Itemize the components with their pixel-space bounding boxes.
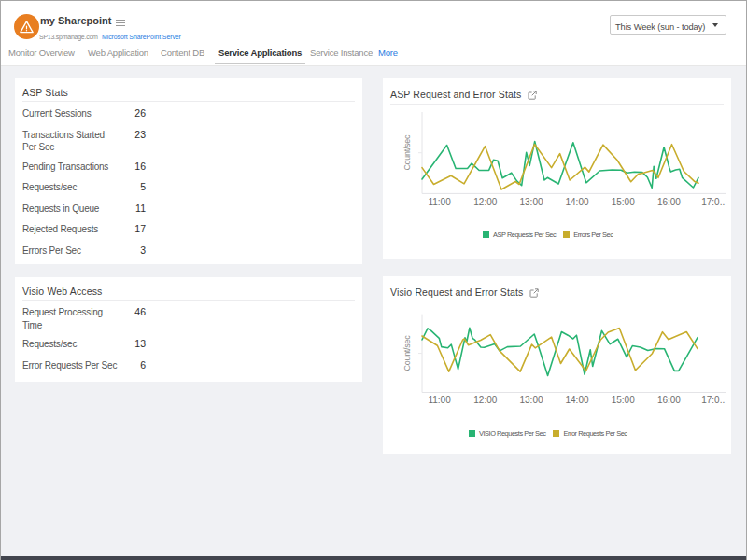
- y-axis-label: Count/sec: [402, 134, 412, 171]
- dropdown-caret-icon: [712, 23, 718, 27]
- stat-value: 17: [74, 222, 146, 235]
- x-tick-label: 12:00: [473, 395, 497, 405]
- tab-service-instance[interactable]: Service Instance: [310, 48, 373, 58]
- x-tick-label: 14:00: [565, 197, 588, 207]
- card-title: ASP Stats: [22, 87, 68, 98]
- chart-legend: ASP Requests Per SecErrors Per Sec: [383, 231, 731, 239]
- card-header-divider: [22, 101, 355, 102]
- series-line: [422, 145, 698, 190]
- legend-item[interactable]: VISIO Requests Per Sec: [469, 429, 545, 438]
- external-link-icon[interactable]: [529, 288, 539, 298]
- x-tick-label: 12:00: [473, 197, 497, 207]
- tab-service-applications[interactable]: Service Applications: [218, 48, 302, 58]
- tab-content-db[interactable]: Content DB: [161, 48, 204, 58]
- stat-value: 6: [74, 358, 146, 371]
- monitor-type-link[interactable]: Microsoft SharePoint Server: [102, 33, 181, 41]
- monitor-tabbar: Monitor OverviewWeb ApplicationContent D…: [1, 44, 746, 66]
- visio-request-error-chart-card: Visio Request and Error Stats Count/sec1…: [383, 276, 731, 454]
- legend-label: Errors Per Sec: [573, 231, 613, 239]
- x-tick-label: 15:00: [612, 197, 635, 207]
- x-tick-label: 16:00: [657, 197, 681, 207]
- monitor-title: my Sharepoint: [40, 15, 111, 27]
- tab-monitor-overview[interactable]: Monitor Overview: [8, 48, 75, 58]
- x-tick-label: 13:00: [519, 197, 543, 207]
- stat-value: 46: [74, 305, 146, 318]
- card-header-divider: [22, 300, 355, 301]
- stat-row: Errors Per Sec3: [22, 245, 355, 263]
- card-title: Visio Request and Error Stats: [390, 287, 523, 298]
- legend-swatch: [553, 430, 559, 437]
- stat-row: Error Requests Per Sec6: [22, 359, 355, 378]
- card-title: Visio Web Access: [22, 286, 102, 297]
- stat-row: Rejected Requests17: [22, 223, 355, 242]
- series-line: [422, 329, 698, 372]
- chart-legend: VISIO Requests Per SecError Requests Per…: [383, 429, 731, 438]
- stat-value: 13: [74, 337, 146, 350]
- x-tick-label: 11:00: [428, 395, 451, 405]
- visio-web-access-card: Visio Web Access Request ProcessingTime4…: [15, 277, 362, 382]
- tab-more[interactable]: More: [378, 48, 398, 58]
- tab-web-application[interactable]: Web Application: [88, 48, 148, 58]
- legend-label: Error Requests Per Sec: [563, 429, 627, 438]
- status-attention-icon: [14, 14, 39, 39]
- asp-request-error-chart-card: ASP Request and Error Stats Count/sec11:…: [383, 78, 731, 259]
- stat-row: Requests/sec5: [22, 181, 355, 200]
- stat-row: Transactions StartedPer Sec23: [22, 129, 355, 147]
- stat-row: Pending Transactions16: [22, 161, 355, 179]
- legend-item[interactable]: ASP Requests Per Sec: [483, 231, 556, 239]
- hamburger-menu-icon[interactable]: [116, 20, 125, 27]
- legend-label: ASP Requests Per Sec: [493, 231, 556, 239]
- stat-value: 26: [74, 106, 146, 119]
- stat-row: Requests/sec13: [22, 338, 355, 357]
- x-tick-label: 13:00: [519, 395, 543, 405]
- stat-value: 3: [74, 244, 146, 257]
- stat-value: 5: [74, 180, 146, 193]
- series-line: [422, 328, 698, 375]
- stat-row: Current Sessions26: [22, 107, 355, 126]
- app-window: my Sharepoint SP13.spmanage.com Microsof…: [0, 0, 747, 560]
- dashboard-content: ASP Stats Current Sessions26Transactions…: [1, 66, 746, 557]
- stat-row: Request ProcessingTime46: [22, 306, 355, 325]
- x-tick-label: 14:00: [565, 395, 588, 405]
- monitor-host: SP13.spmanage.com: [39, 33, 98, 41]
- stat-value: 11: [74, 202, 146, 215]
- x-tick-label: 17:0..: [701, 197, 725, 207]
- card-title: ASP Request and Error Stats: [390, 89, 521, 100]
- x-tick-label: 17:0..: [701, 395, 725, 405]
- legend-label: VISIO Requests Per Sec: [479, 429, 545, 438]
- stat-value: 23: [74, 128, 146, 141]
- asp-stats-card: ASP Stats Current Sessions26Transactions…: [15, 78, 362, 264]
- series-line: [422, 142, 698, 189]
- legend-item[interactable]: Error Requests Per Sec: [553, 429, 627, 438]
- footer-bar: [1, 556, 746, 560]
- legend-item[interactable]: Errors Per Sec: [563, 231, 613, 239]
- legend-swatch: [563, 231, 570, 238]
- monitor-header: my Sharepoint SP13.spmanage.com Microsof…: [1, 1, 746, 44]
- y-axis-label: Count/sec: [402, 335, 412, 371]
- x-tick-label: 15:00: [612, 395, 635, 405]
- legend-swatch: [483, 231, 489, 238]
- x-tick-label: 11:00: [428, 197, 451, 207]
- external-link-icon[interactable]: [528, 91, 537, 100]
- stat-value: 16: [74, 160, 146, 173]
- time-period-dropdown[interactable]: This Week (sun - today): [610, 15, 726, 35]
- x-tick-label: 16:00: [657, 395, 681, 405]
- stat-row: Requests in Queue11: [22, 203, 355, 221]
- time-period-value: This Week (sun - today): [615, 22, 705, 32]
- legend-swatch: [469, 430, 475, 437]
